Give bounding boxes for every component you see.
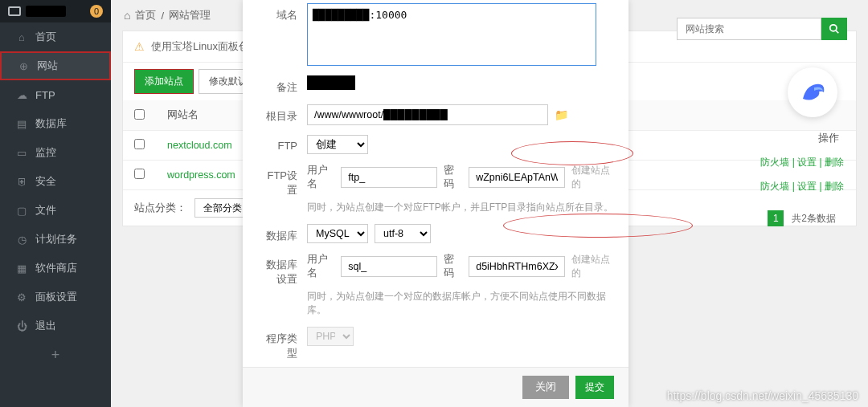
sidebar-add[interactable]: + <box>0 340 111 369</box>
bird-icon <box>796 76 829 108</box>
sidebar: 0 ⌂首页 ⊕网站 ☁FTP ▤数据库 ▭监控 ⛨安全 ▢文件 ◷计划任务 ▦软… <box>0 0 111 407</box>
search-button[interactable] <box>821 18 847 40</box>
db-user-input[interactable] <box>341 256 437 277</box>
monitor-icon <box>8 6 21 16</box>
delete-action[interactable]: 删除 <box>825 157 844 168</box>
breadcrumb-sep: / <box>161 10 164 22</box>
cloud-icon: ☁ <box>16 89 27 100</box>
sidebar-item-panelset[interactable]: ⚙面板设置 <box>0 283 111 311</box>
add-site-button[interactable]: 添加站点 <box>134 69 194 94</box>
notification-badge[interactable]: 0 <box>90 5 103 18</box>
gear-icon: ⚙ <box>16 291 27 303</box>
add-site-modal: 域名 █████████:10000 备注 根目录 📁 FTP 创建 FTP设置… <box>243 0 628 407</box>
db-hint: 同时，为站点创建一个对应的数据库帐户，方便不同站点使用不同数据库。 <box>307 290 614 317</box>
sidebar-item-label: FTP <box>35 89 55 101</box>
submit-button[interactable]: 提交 <box>575 376 614 399</box>
db-enc-select[interactable]: utf-8 <box>375 224 431 243</box>
remark-label: 备注 <box>257 75 307 95</box>
search-icon <box>829 23 840 35</box>
row-actions: 防火墙 | 设置 | 删除 <box>760 180 844 193</box>
modal-footer: 关闭 提交 <box>243 367 628 407</box>
folder-icon[interactable]: 📁 <box>555 108 568 121</box>
topbar: 0 <box>0 0 111 22</box>
sidebar-item-label: 退出 <box>35 319 56 333</box>
power-icon: ⏻ <box>16 320 27 332</box>
svg-point-0 <box>830 25 837 31</box>
prog-select: PHP <box>307 327 354 346</box>
side-hint: 创建站点的 <box>571 164 614 191</box>
db-pwd-input[interactable] <box>469 256 565 277</box>
delete-action[interactable]: 删除 <box>825 181 844 192</box>
root-label: 根目录 <box>257 104 307 124</box>
pwd-label: 密码 <box>444 164 462 191</box>
ftp-label: FTP <box>257 135 307 152</box>
sidebar-item-cron[interactable]: ◷计划任务 <box>0 225 111 254</box>
root-input[interactable] <box>307 104 548 125</box>
sidebar-item-label: 数据库 <box>35 116 67 131</box>
row-checkbox[interactable] <box>134 169 145 179</box>
ftp-set-label: FTP设置 <box>257 164 307 197</box>
firewall-action[interactable]: 防火墙 <box>760 157 789 168</box>
sidebar-item-ftp[interactable]: ☁FTP <box>0 80 111 109</box>
search-area <box>677 18 847 40</box>
sidebar-item-security[interactable]: ⛨安全 <box>0 167 111 196</box>
sidebar-item-software[interactable]: ▦软件商店 <box>0 254 111 283</box>
sidebar-item-label: 文件 <box>35 203 56 218</box>
domain-label: 域名 <box>257 3 307 22</box>
site-cat-label: 站点分类： <box>134 201 186 215</box>
page-total: 共2条数据 <box>792 212 836 226</box>
ftp-pwd-input[interactable] <box>469 167 565 188</box>
breadcrumb-current: 网站管理 <box>169 8 211 22</box>
user-label: 用户名 <box>307 164 334 191</box>
side-hint: 创建站点的 <box>571 253 614 280</box>
close-button[interactable]: 关闭 <box>522 376 569 399</box>
sidebar-item-files[interactable]: ▢文件 <box>0 196 111 225</box>
host-mask <box>26 6 66 17</box>
sidebar-item-label: 软件商店 <box>35 261 77 275</box>
site-link[interactable]: nextcloud.com <box>167 140 232 151</box>
breadcrumb-home[interactable]: 首页 <box>135 8 156 22</box>
remark-mask <box>307 75 355 90</box>
warning-icon: ⚠ <box>134 40 145 53</box>
settings-action[interactable]: 设置 <box>797 181 817 192</box>
user-label: 用户名 <box>307 253 334 280</box>
sidebar-item-website[interactable]: ⊕网站 <box>0 51 111 80</box>
sidebar-item-label: 计划任务 <box>35 232 77 246</box>
sidebar-item-database[interactable]: ▤数据库 <box>0 109 111 138</box>
domain-textarea[interactable]: █████████:10000 <box>307 3 596 66</box>
db-select[interactable]: MySQL <box>307 224 368 243</box>
sidebar-item-label: 监控 <box>35 145 56 160</box>
ftp-user-input[interactable] <box>341 167 437 188</box>
col-actions: 操作 <box>818 132 839 145</box>
globe-icon: ⊕ <box>18 60 29 71</box>
pwd-label: 密码 <box>444 253 462 280</box>
db-set-label: 数据库设置 <box>257 253 307 287</box>
home-icon: ⌂ <box>16 31 27 43</box>
row-checkbox[interactable] <box>134 139 145 149</box>
page-number[interactable]: 1 <box>768 210 784 226</box>
sidebar-item-home[interactable]: ⌂首页 <box>0 22 111 51</box>
grid-icon: ▦ <box>16 263 27 274</box>
firewall-action[interactable]: 防火墙 <box>760 181 789 192</box>
sidebar-item-label: 网站 <box>37 59 58 73</box>
site-link[interactable]: wordpress.com <box>167 169 235 181</box>
clock-icon: ◷ <box>16 234 27 245</box>
row-actions: 防火墙 | 设置 | 删除 <box>760 156 844 169</box>
thunder-bird-launcher[interactable] <box>788 67 837 117</box>
watermark: https://blog.csdn.net/weixin_45635130 <box>667 389 858 402</box>
house-icon: ⌂ <box>124 9 130 22</box>
sidebar-item-label: 面板设置 <box>35 290 77 304</box>
shield-icon: ⛨ <box>16 176 27 187</box>
sidebar-item-label: 安全 <box>35 174 56 189</box>
sidebar-item-logout[interactable]: ⏻退出 <box>0 311 111 340</box>
prog-label: 程序类型 <box>257 327 307 360</box>
folder-icon: ▢ <box>16 205 27 216</box>
select-all-checkbox[interactable] <box>134 109 145 120</box>
settings-action[interactable]: 设置 <box>797 157 817 168</box>
ftp-select[interactable]: 创建 <box>307 135 368 154</box>
sidebar-item-monitor[interactable]: ▭监控 <box>0 138 111 167</box>
sidebar-item-label: 首页 <box>35 30 56 44</box>
monitor-icon: ▭ <box>16 147 27 158</box>
search-input[interactable] <box>677 18 821 40</box>
db-label: 数据库 <box>257 224 307 243</box>
